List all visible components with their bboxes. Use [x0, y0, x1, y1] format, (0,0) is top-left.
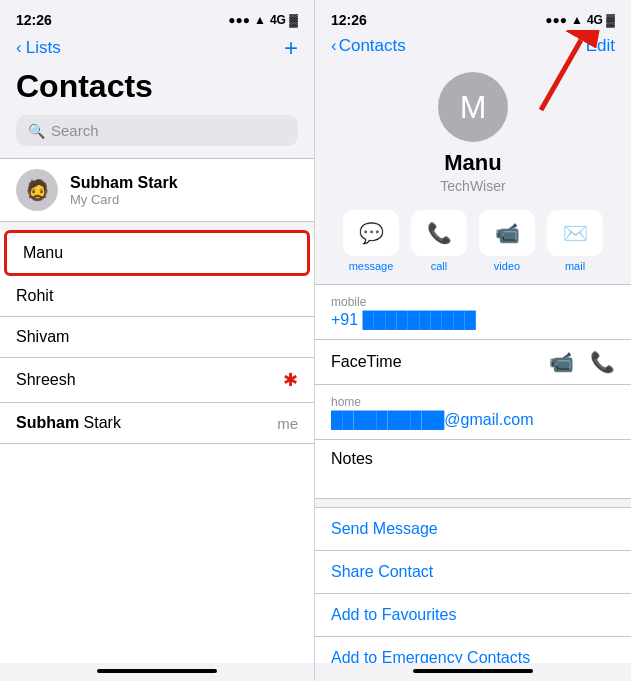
status-icons-right: ●●● ▲ 4G ▓	[545, 13, 615, 27]
edit-button[interactable]: Edit	[586, 36, 615, 56]
me-label: me	[277, 415, 298, 432]
my-card-subtitle: My Card	[70, 192, 178, 207]
facetime-icons: 📹 📞	[549, 350, 615, 374]
home-value: ██████████@gmail.com	[331, 411, 615, 429]
contact-item-rohit[interactable]: Rohit	[0, 276, 314, 317]
notes-label: Notes	[331, 450, 615, 468]
add-contact-button[interactable]: +	[284, 36, 298, 60]
contact-name-shivam: Shivam	[16, 328, 69, 346]
right-scroll[interactable]: M Manu TechWiser 💬 message 📞 call 📹 vide…	[315, 64, 631, 663]
contact-company: TechWiser	[440, 178, 505, 194]
contact-name-manu: Manu	[23, 244, 63, 262]
page-title: Contacts	[0, 68, 314, 115]
mail-action[interactable]: ✉️ mail	[547, 210, 603, 272]
contact-item-shreesh[interactable]: Shreesh ✱	[0, 358, 314, 403]
mail-label: mail	[565, 260, 585, 272]
call-action[interactable]: 📞 call	[411, 210, 467, 272]
info-section: mobile +91 ██████████ FaceTime 📹 📞 home …	[315, 284, 631, 499]
notes-row: Notes	[315, 440, 631, 498]
message-label: message	[349, 260, 394, 272]
time-right: 12:26	[331, 12, 367, 28]
search-placeholder: Search	[51, 122, 99, 139]
signal-icon: ●●●	[228, 13, 250, 27]
search-bar[interactable]: 🔍 Search	[16, 115, 298, 146]
video-action[interactable]: 📹 video	[479, 210, 535, 272]
contact-header: M Manu TechWiser	[315, 64, 631, 210]
contact-name-shreesh: Shreesh	[16, 371, 76, 389]
contacts-list: Manu Rohit Shivam Shreesh ✱ Subham Stark…	[0, 230, 314, 663]
message-action[interactable]: 💬 message	[343, 210, 399, 272]
star-icon: ✱	[283, 369, 298, 391]
contact-item-manu[interactable]: Manu	[4, 230, 310, 276]
facetime-video-icon[interactable]: 📹	[549, 350, 574, 374]
chevron-left-icon-right: ‹	[331, 36, 337, 56]
battery-icon: 4G ▓	[270, 13, 298, 27]
contact-full-name: Manu	[444, 150, 501, 176]
contacts-back-button[interactable]: ‹ Contacts	[331, 36, 406, 56]
share-contact-link[interactable]: Share Contact	[315, 551, 631, 594]
status-icons-left: ●●● ▲ 4G ▓	[228, 13, 298, 27]
contact-name-rohit: Rohit	[16, 287, 53, 305]
nav-bar-left: ‹ Lists +	[0, 32, 314, 68]
my-card[interactable]: 🧔 Subham Stark My Card	[0, 158, 314, 222]
avatar-image: 🧔	[25, 178, 50, 202]
video-label: video	[494, 260, 520, 272]
left-panel: 12:26 ●●● ▲ 4G ▓ ‹ Lists + Contacts 🔍 Se…	[0, 0, 315, 681]
add-favourites-link[interactable]: Add to Favourites	[315, 594, 631, 637]
message-icon: 💬	[343, 210, 399, 256]
home-label: home	[331, 395, 615, 409]
contact-item-shivam[interactable]: Shivam	[0, 317, 314, 358]
home-indicator-left	[97, 669, 217, 673]
facetime-label: FaceTime	[331, 353, 402, 371]
my-card-info: Subham Stark My Card	[70, 174, 178, 207]
contact-item-subham[interactable]: Subham Stark me	[0, 403, 314, 444]
mobile-value: +91 ██████████	[331, 311, 615, 329]
my-card-name: Subham Stark	[70, 174, 178, 192]
right-panel: 12:26 ●●● ▲ 4G ▓ ‹ Contacts Edit M Manu …	[315, 0, 631, 681]
battery-icon-right: 4G ▓	[587, 13, 615, 27]
mobile-row[interactable]: mobile +91 ██████████	[315, 285, 631, 340]
links-section: Send Message Share Contact Add to Favour…	[315, 507, 631, 663]
call-label: call	[431, 260, 448, 272]
home-indicator-right	[413, 669, 533, 673]
home-email-row[interactable]: home ██████████@gmail.com	[315, 385, 631, 440]
call-icon: 📞	[411, 210, 467, 256]
mail-icon: ✉️	[547, 210, 603, 256]
contact-name-subham: Subham Stark	[16, 414, 121, 432]
status-bar-left: 12:26 ●●● ▲ 4G ▓	[0, 0, 314, 32]
mobile-label: mobile	[331, 295, 615, 309]
action-buttons: 💬 message 📞 call 📹 video ✉️ mail	[315, 210, 631, 284]
search-icon: 🔍	[28, 123, 45, 139]
facetime-row[interactable]: FaceTime 📹 📞	[315, 340, 631, 385]
video-icon: 📹	[479, 210, 535, 256]
contact-avatar: M	[438, 72, 508, 142]
chevron-left-icon: ‹	[16, 38, 22, 58]
lists-back-button[interactable]: ‹ Lists	[16, 38, 61, 58]
nav-bar-right: ‹ Contacts Edit	[315, 32, 631, 64]
send-message-link[interactable]: Send Message	[315, 508, 631, 551]
facetime-phone-icon[interactable]: 📞	[590, 350, 615, 374]
signal-icon-right: ●●●	[545, 13, 567, 27]
add-emergency-link[interactable]: Add to Emergency Contacts	[315, 637, 631, 663]
time-left: 12:26	[16, 12, 52, 28]
wifi-icon: ▲	[254, 13, 266, 27]
status-bar-right: 12:26 ●●● ▲ 4G ▓	[315, 0, 631, 32]
avatar: 🧔	[16, 169, 58, 211]
wifi-icon-right: ▲	[571, 13, 583, 27]
